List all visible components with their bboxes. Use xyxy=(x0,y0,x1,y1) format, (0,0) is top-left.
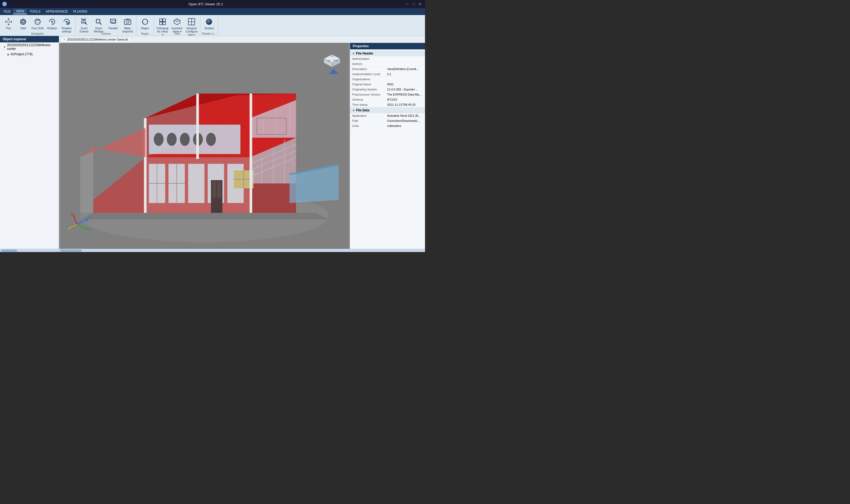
prop-original-name: Original Name 0001 xyxy=(350,82,425,87)
toolbar-group-regen: Regen Regen xyxy=(137,16,154,35)
tree-root-label: 20220203202111222Wellness center xyxy=(7,43,57,51)
prop-preprocessor: Preprocessor Version The EXPRESS Data Ma… xyxy=(350,92,425,97)
svg-point-27 xyxy=(129,20,130,21)
tree-root[interactable]: ▼ 20220203202111222Wellness center xyxy=(0,42,59,52)
tree-arrow-project: ▶ xyxy=(7,53,10,56)
svg-rect-52 xyxy=(188,164,205,203)
file-header-arrow: ▼ xyxy=(352,52,355,55)
rotation-settings-icon xyxy=(62,17,71,26)
tab-close-icon[interactable]: ✕ xyxy=(63,38,66,41)
menu-view[interactable]: VIEW xyxy=(13,9,27,14)
file-data-label: File Data xyxy=(356,108,369,112)
building-viewport: Left Front Top Z xyxy=(59,43,350,249)
viewport[interactable]: Left Front Top Z xyxy=(59,43,350,249)
prop-key: Time stamp xyxy=(352,103,387,106)
render-group-label: Render m... xyxy=(202,32,216,36)
prop-val-organizations xyxy=(387,77,423,81)
navigation-group-label: Navigation xyxy=(31,32,44,36)
svg-marker-94 xyxy=(80,148,93,213)
regen-label: Regen xyxy=(141,27,149,30)
tree-project[interactable]: ▶ IfcProject (779) xyxy=(0,52,59,57)
close-button[interactable]: ✕ xyxy=(417,1,423,7)
rotation-button[interactable]: Rotation xyxy=(45,16,59,32)
left-panel-scrollbar[interactable] xyxy=(0,249,59,252)
prop-key: Implementation Level xyxy=(352,72,387,76)
restore-button[interactable]: □ xyxy=(411,1,416,7)
menu-tools[interactable]: TOOLS xyxy=(27,9,43,14)
view-group-label: View xyxy=(174,32,180,36)
content-row: Left Front Top Z xyxy=(59,43,425,249)
file-data-section[interactable]: ▼ File Data xyxy=(350,107,425,113)
svg-marker-42 xyxy=(80,213,329,219)
viewport-configuration-icon xyxy=(187,17,196,26)
regen-button[interactable]: Regen xyxy=(138,16,152,32)
rotation-icon xyxy=(48,17,56,26)
free-orbit-button[interactable]: Free Orbit xyxy=(31,16,45,32)
object-explorer-title: Object explorer xyxy=(3,37,26,41)
svg-point-76 xyxy=(206,133,216,146)
zoom-extents-button[interactable]: Zoom Extents xyxy=(77,16,91,32)
title-bar: Open IFC Viewer 25.1 ─ □ ✕ xyxy=(0,0,425,8)
menu-appearance[interactable]: APPEARANCE xyxy=(43,9,70,14)
zoom-extents-icon xyxy=(80,17,88,26)
prop-val-impl-level: 2;1 xyxy=(387,72,423,76)
svg-rect-90 xyxy=(196,94,199,159)
svg-rect-20 xyxy=(110,19,116,23)
orbit-button[interactable]: Orbit xyxy=(16,16,30,32)
rotation-settings-button[interactable]: Rotation settings xyxy=(59,16,74,32)
center-area: ✕ 20220203202111222Wellness center Sama.… xyxy=(59,36,425,252)
prop-val-units: millimeters xyxy=(387,124,423,127)
prop-key: Schema xyxy=(352,98,387,101)
zoom-window-icon xyxy=(94,17,103,26)
camera-items: Zoom Extents Zoom Window xyxy=(77,16,135,32)
file-header-section[interactable]: ▼ File Header xyxy=(350,51,425,56)
left-panel: Object explorer ▼ 20220203202111222Welln… xyxy=(0,36,59,252)
make-snapshot-label: Make snapshot xyxy=(121,27,134,33)
isometric-views-button[interactable]: Isometric views ▾ xyxy=(170,16,184,32)
view-items: Orthographic views ▾ Isometric views ▾ xyxy=(156,16,198,32)
orthographic-views-label: Orthographic views ▾ xyxy=(156,27,169,36)
svg-rect-29 xyxy=(163,19,166,21)
zoom-window-button[interactable]: Zoom Window xyxy=(92,16,106,32)
orbit-icon xyxy=(19,17,28,26)
prop-key: Authors xyxy=(352,62,387,66)
viewport-configuration-button[interactable]: Viewport Configuration ▾ xyxy=(185,16,198,32)
svg-rect-91 xyxy=(249,94,252,213)
tree-project-label: IfcProject (779) xyxy=(11,52,33,56)
file-data-arrow: ▼ xyxy=(352,109,355,112)
prop-key: Organizations xyxy=(352,77,387,81)
app-title: Open IFC Viewer 25.1 xyxy=(7,2,404,6)
pan-label: Pan xyxy=(6,27,11,30)
pan-button[interactable]: Pan xyxy=(2,16,16,32)
prop-key: Description xyxy=(352,67,387,71)
make-snapshot-button[interactable]: Make snapshot xyxy=(121,16,135,32)
object-explorer-header: Object explorer xyxy=(0,36,59,42)
prop-application: Application Autodesk Revit 2021 (B... xyxy=(350,113,425,118)
orthographic-views-button[interactable]: Orthographic views ▾ xyxy=(156,16,170,32)
svg-point-26 xyxy=(126,21,129,23)
prop-schema: Schema IFC2X3 xyxy=(350,97,425,102)
prop-key: Application xyxy=(352,114,387,117)
toolbar-group-render: Shaded Render m... xyxy=(201,16,218,35)
toolbar: Pan Orbit xyxy=(0,15,425,36)
prop-path: Path /Users/ken/Downloads/... xyxy=(350,118,425,123)
prop-val-description: ViewDefinition [Coordi... xyxy=(387,67,423,71)
minimize-button[interactable]: ─ xyxy=(404,1,410,7)
pan-icon xyxy=(4,17,13,26)
parallel-button[interactable]: Parallel xyxy=(106,16,120,32)
viewport-tab[interactable]: ✕ 20220203202111222Wellness center Sama.… xyxy=(60,37,132,42)
shaded-button[interactable]: Shaded xyxy=(202,16,216,32)
app-logo xyxy=(2,2,7,6)
menu-file[interactable]: FILE xyxy=(1,9,13,14)
make-snapshot-icon xyxy=(123,17,132,26)
regen-group-label: Regen xyxy=(141,32,149,36)
isometric-views-icon xyxy=(173,17,181,26)
menu-bar: FILE VIEW TOOLS APPEARANCE PLUGINS xyxy=(0,8,425,15)
free-orbit-label: Free Orbit xyxy=(31,27,44,30)
viewport-scrollbar[interactable] xyxy=(59,249,425,252)
regen-icon xyxy=(141,17,149,26)
prop-val-original-name: 0001 xyxy=(387,83,423,86)
rotation-settings-label: Rotation settings xyxy=(60,27,73,33)
menu-plugins[interactable]: PLUGINS xyxy=(71,9,90,14)
svg-point-7 xyxy=(35,21,40,23)
